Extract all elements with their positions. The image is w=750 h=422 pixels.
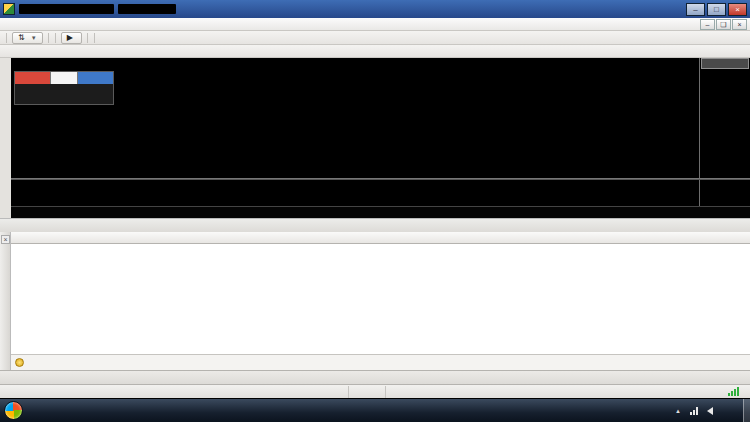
start-button[interactable] bbox=[4, 401, 23, 420]
signal-bars-icon bbox=[728, 387, 740, 396]
buy-button[interactable] bbox=[78, 72, 113, 84]
toolbar-separator bbox=[48, 33, 49, 43]
terminal-tab-bar bbox=[0, 370, 750, 384]
mdi-minimize-button[interactable]: – bbox=[700, 19, 715, 30]
toolbar-separator bbox=[87, 33, 88, 43]
terminal-caption-text bbox=[1, 250, 10, 370]
one-click-trading-panel bbox=[14, 71, 114, 105]
mdi-close-button[interactable]: × bbox=[732, 19, 747, 30]
redacted-broker-title bbox=[118, 4, 176, 14]
line-studies-toolbar bbox=[0, 45, 750, 58]
new-order-button[interactable]: ⇅ ▼ bbox=[12, 32, 43, 44]
app-icon bbox=[3, 3, 15, 15]
window-titlebar: – □ × bbox=[0, 0, 750, 18]
maximize-button[interactable]: □ bbox=[707, 3, 726, 16]
system-tray: ▲ bbox=[670, 399, 750, 422]
close-button[interactable]: × bbox=[728, 3, 747, 16]
menu-bar: – ❏ × bbox=[0, 18, 750, 31]
chevron-down-icon: ▼ bbox=[31, 35, 37, 41]
time-axis bbox=[11, 206, 750, 218]
terminal-close-icon[interactable]: × bbox=[1, 235, 10, 244]
coin-icon bbox=[15, 358, 24, 367]
toolbar-separator bbox=[94, 33, 95, 43]
new-order-icon: ⇅ bbox=[18, 33, 25, 42]
redacted-account-title bbox=[19, 4, 114, 14]
show-desktop-button[interactable] bbox=[743, 399, 750, 422]
current-price-box bbox=[701, 58, 749, 69]
price-scale bbox=[699, 58, 750, 206]
sell-button[interactable] bbox=[15, 72, 50, 84]
toolbar-separator bbox=[55, 33, 56, 43]
account-summary-row bbox=[11, 354, 750, 370]
minimize-button[interactable]: – bbox=[686, 3, 705, 16]
tray-expand-icon[interactable]: ▲ bbox=[670, 408, 686, 414]
profile-selector[interactable] bbox=[348, 386, 386, 398]
orders-table-body bbox=[11, 244, 750, 354]
mdi-restore-button[interactable]: ❏ bbox=[716, 19, 731, 30]
chart-tab-bar bbox=[0, 218, 750, 232]
candlestick-chart bbox=[11, 58, 699, 178]
network-icon[interactable] bbox=[690, 407, 699, 415]
autotrade-play-icon: ▶ bbox=[67, 33, 73, 42]
lot-size-input[interactable] bbox=[50, 72, 78, 84]
standard-toolbar: ⇅ ▼ ▶ bbox=[0, 31, 750, 45]
status-bar bbox=[0, 384, 750, 398]
chart-plot-area[interactable]: ☞ bbox=[11, 58, 699, 178]
windows-taskbar: ▲ bbox=[0, 398, 750, 422]
mdi-window-controls: – ❏ × bbox=[699, 19, 750, 30]
terminal-caption-bar: × bbox=[0, 232, 11, 384]
autotrade-button[interactable]: ▶ bbox=[61, 32, 82, 44]
toolbar-separator bbox=[6, 33, 7, 43]
indicator-subwindow bbox=[11, 180, 699, 206]
orders-table-header bbox=[11, 232, 750, 244]
connection-status[interactable] bbox=[728, 387, 750, 396]
volume-icon[interactable] bbox=[707, 407, 713, 415]
